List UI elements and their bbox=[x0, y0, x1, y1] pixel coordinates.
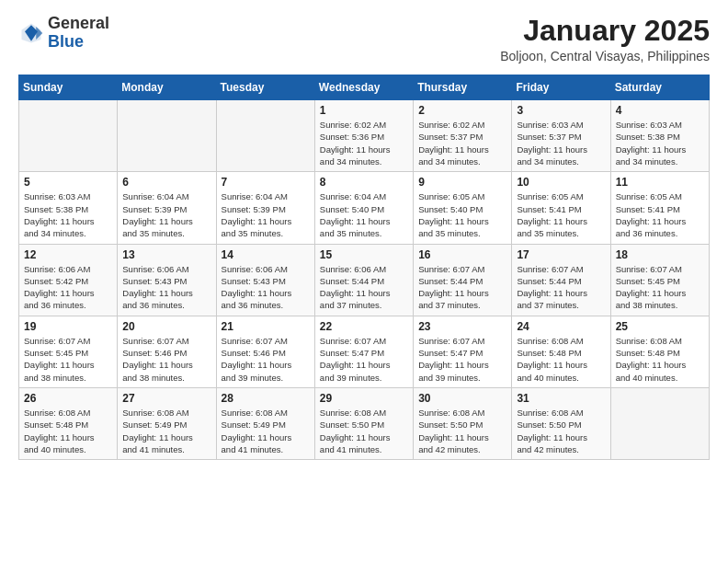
calendar-cell: 16Sunrise: 6:07 AM Sunset: 5:44 PM Dayli… bbox=[414, 244, 512, 316]
day-info: Sunrise: 6:03 AM Sunset: 5:38 PM Dayligh… bbox=[616, 119, 704, 167]
calendar-cell bbox=[118, 100, 216, 172]
logo-icon bbox=[18, 20, 44, 46]
location: Boljoon, Central Visayas, Philippines bbox=[500, 49, 710, 63]
day-info: Sunrise: 6:06 AM Sunset: 5:43 PM Dayligh… bbox=[222, 263, 310, 312]
calendar-cell: 27Sunrise: 6:08 AM Sunset: 5:49 PM Dayli… bbox=[118, 387, 216, 459]
day-number: 30 bbox=[418, 392, 506, 405]
weekday-header-saturday: Saturday bbox=[610, 75, 709, 100]
day-info: Sunrise: 6:07 AM Sunset: 5:46 PM Dayligh… bbox=[122, 335, 210, 384]
day-info: Sunrise: 6:08 AM Sunset: 5:50 PM Dayligh… bbox=[418, 407, 506, 455]
day-number: 20 bbox=[122, 320, 210, 333]
calendar-table: SundayMondayTuesdayWednesdayThursdayFrid… bbox=[18, 75, 710, 460]
day-number: 17 bbox=[517, 248, 605, 261]
calendar-cell: 26Sunrise: 6:08 AM Sunset: 5:48 PM Dayli… bbox=[19, 387, 118, 459]
day-info: Sunrise: 6:06 AM Sunset: 5:43 PM Dayligh… bbox=[122, 263, 210, 312]
weekday-header-tuesday: Tuesday bbox=[216, 75, 314, 100]
day-info: Sunrise: 6:03 AM Sunset: 5:37 PM Dayligh… bbox=[517, 119, 605, 167]
day-info: Sunrise: 6:08 AM Sunset: 5:50 PM Dayligh… bbox=[517, 407, 605, 455]
calendar-cell: 3Sunrise: 6:03 AM Sunset: 5:37 PM Daylig… bbox=[512, 100, 610, 172]
calendar-cell: 29Sunrise: 6:08 AM Sunset: 5:50 PM Dayli… bbox=[314, 387, 413, 459]
weekday-header-monday: Monday bbox=[118, 75, 216, 100]
calendar-cell: 12Sunrise: 6:06 AM Sunset: 5:42 PM Dayli… bbox=[19, 244, 118, 316]
day-info: Sunrise: 6:02 AM Sunset: 5:36 PM Dayligh… bbox=[320, 119, 408, 167]
logo: General Blue bbox=[18, 15, 109, 52]
day-info: Sunrise: 6:08 AM Sunset: 5:48 PM Dayligh… bbox=[517, 335, 605, 384]
day-number: 29 bbox=[320, 392, 408, 405]
day-info: Sunrise: 6:07 AM Sunset: 5:47 PM Dayligh… bbox=[418, 335, 506, 384]
day-number: 8 bbox=[320, 176, 408, 189]
day-number: 22 bbox=[320, 320, 408, 333]
day-info: Sunrise: 6:04 AM Sunset: 5:39 PM Dayligh… bbox=[122, 190, 210, 239]
day-number: 12 bbox=[24, 248, 112, 261]
weekday-header-wednesday: Wednesday bbox=[314, 75, 413, 100]
calendar-cell: 24Sunrise: 6:08 AM Sunset: 5:48 PM Dayli… bbox=[512, 316, 610, 387]
day-info: Sunrise: 6:07 AM Sunset: 5:44 PM Dayligh… bbox=[517, 263, 605, 312]
day-number: 25 bbox=[616, 320, 704, 333]
day-number: 16 bbox=[418, 248, 506, 261]
week-row-3: 12Sunrise: 6:06 AM Sunset: 5:42 PM Dayli… bbox=[19, 244, 710, 316]
day-number: 19 bbox=[24, 320, 112, 333]
day-number: 21 bbox=[222, 320, 310, 333]
day-info: Sunrise: 6:07 AM Sunset: 5:46 PM Dayligh… bbox=[222, 335, 310, 384]
day-info: Sunrise: 6:03 AM Sunset: 5:38 PM Dayligh… bbox=[24, 190, 112, 239]
day-number: 5 bbox=[24, 176, 112, 189]
day-number: 10 bbox=[517, 176, 605, 189]
calendar-cell: 13Sunrise: 6:06 AM Sunset: 5:43 PM Dayli… bbox=[118, 244, 216, 316]
day-info: Sunrise: 6:08 AM Sunset: 5:49 PM Dayligh… bbox=[222, 407, 310, 455]
weekday-row: SundayMondayTuesdayWednesdayThursdayFrid… bbox=[19, 75, 710, 100]
day-number: 13 bbox=[122, 248, 210, 261]
page: General Blue January 2025 Boljoon, Centr… bbox=[0, 0, 728, 475]
day-number: 7 bbox=[222, 176, 310, 189]
calendar-cell: 25Sunrise: 6:08 AM Sunset: 5:48 PM Dayli… bbox=[610, 316, 709, 387]
calendar-cell: 11Sunrise: 6:05 AM Sunset: 5:41 PM Dayli… bbox=[610, 172, 709, 244]
calendar-cell: 17Sunrise: 6:07 AM Sunset: 5:44 PM Dayli… bbox=[512, 244, 610, 316]
day-number: 11 bbox=[616, 176, 704, 189]
day-info: Sunrise: 6:08 AM Sunset: 5:49 PM Dayligh… bbox=[122, 407, 210, 455]
day-info: Sunrise: 6:06 AM Sunset: 5:42 PM Dayligh… bbox=[24, 263, 112, 312]
day-number: 4 bbox=[616, 104, 704, 117]
calendar-cell: 22Sunrise: 6:07 AM Sunset: 5:47 PM Dayli… bbox=[314, 316, 413, 387]
day-info: Sunrise: 6:07 AM Sunset: 5:45 PM Dayligh… bbox=[24, 335, 112, 384]
calendar-cell: 18Sunrise: 6:07 AM Sunset: 5:45 PM Dayli… bbox=[610, 244, 709, 316]
day-info: Sunrise: 6:07 AM Sunset: 5:44 PM Dayligh… bbox=[418, 263, 506, 312]
day-info: Sunrise: 6:08 AM Sunset: 5:50 PM Dayligh… bbox=[320, 407, 408, 455]
month-title: January 2025 bbox=[500, 15, 710, 47]
day-info: Sunrise: 6:04 AM Sunset: 5:40 PM Dayligh… bbox=[320, 190, 408, 239]
logo-text: General Blue bbox=[48, 15, 109, 52]
day-info: Sunrise: 6:05 AM Sunset: 5:40 PM Dayligh… bbox=[418, 190, 506, 239]
header: General Blue January 2025 Boljoon, Centr… bbox=[18, 15, 710, 63]
logo-blue: Blue bbox=[48, 33, 109, 52]
day-info: Sunrise: 6:06 AM Sunset: 5:44 PM Dayligh… bbox=[320, 263, 408, 312]
day-info: Sunrise: 6:05 AM Sunset: 5:41 PM Dayligh… bbox=[517, 190, 605, 239]
week-row-5: 26Sunrise: 6:08 AM Sunset: 5:48 PM Dayli… bbox=[19, 387, 710, 459]
calendar-cell: 23Sunrise: 6:07 AM Sunset: 5:47 PM Dayli… bbox=[414, 316, 512, 387]
day-number: 2 bbox=[418, 104, 506, 117]
day-number: 1 bbox=[320, 104, 408, 117]
week-row-2: 5Sunrise: 6:03 AM Sunset: 5:38 PM Daylig… bbox=[19, 172, 710, 244]
day-number: 28 bbox=[222, 392, 310, 405]
calendar-cell: 6Sunrise: 6:04 AM Sunset: 5:39 PM Daylig… bbox=[118, 172, 216, 244]
calendar-cell: 21Sunrise: 6:07 AM Sunset: 5:46 PM Dayli… bbox=[216, 316, 314, 387]
calendar-cell: 1Sunrise: 6:02 AM Sunset: 5:36 PM Daylig… bbox=[314, 100, 413, 172]
calendar-cell: 10Sunrise: 6:05 AM Sunset: 5:41 PM Dayli… bbox=[512, 172, 610, 244]
week-row-4: 19Sunrise: 6:07 AM Sunset: 5:45 PM Dayli… bbox=[19, 316, 710, 387]
weekday-header-sunday: Sunday bbox=[19, 75, 118, 100]
day-number: 15 bbox=[320, 248, 408, 261]
day-number: 18 bbox=[616, 248, 704, 261]
calendar-cell: 4Sunrise: 6:03 AM Sunset: 5:38 PM Daylig… bbox=[610, 100, 709, 172]
calendar-cell: 15Sunrise: 6:06 AM Sunset: 5:44 PM Dayli… bbox=[314, 244, 413, 316]
title-block: January 2025 Boljoon, Central Visayas, P… bbox=[500, 15, 710, 63]
calendar-cell: 8Sunrise: 6:04 AM Sunset: 5:40 PM Daylig… bbox=[314, 172, 413, 244]
calendar-cell bbox=[610, 387, 709, 459]
day-info: Sunrise: 6:02 AM Sunset: 5:37 PM Dayligh… bbox=[418, 119, 506, 167]
day-number: 3 bbox=[517, 104, 605, 117]
calendar-cell: 19Sunrise: 6:07 AM Sunset: 5:45 PM Dayli… bbox=[19, 316, 118, 387]
calendar-header: SundayMondayTuesdayWednesdayThursdayFrid… bbox=[19, 75, 710, 100]
day-info: Sunrise: 6:07 AM Sunset: 5:45 PM Dayligh… bbox=[616, 263, 704, 312]
day-info: Sunrise: 6:05 AM Sunset: 5:41 PM Dayligh… bbox=[616, 190, 704, 239]
calendar-cell: 14Sunrise: 6:06 AM Sunset: 5:43 PM Dayli… bbox=[216, 244, 314, 316]
calendar-cell: 7Sunrise: 6:04 AM Sunset: 5:39 PM Daylig… bbox=[216, 172, 314, 244]
calendar-cell: 2Sunrise: 6:02 AM Sunset: 5:37 PM Daylig… bbox=[414, 100, 512, 172]
day-info: Sunrise: 6:08 AM Sunset: 5:48 PM Dayligh… bbox=[616, 335, 704, 384]
day-number: 14 bbox=[222, 248, 310, 261]
